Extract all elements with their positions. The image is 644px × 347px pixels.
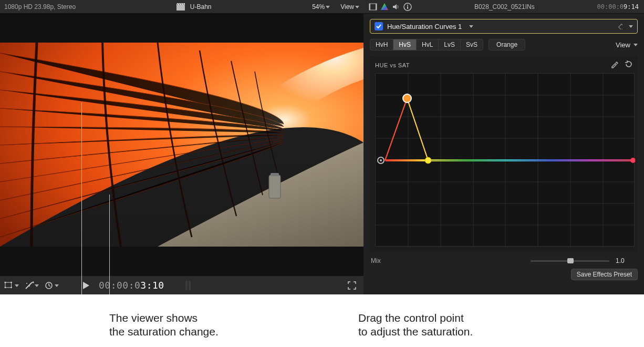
curve-tabs: HvHHvSHvLLvSSvS — [370, 39, 483, 50]
inspector-header: B028_C002_0521INs 00:00:09:14 — [363, 0, 644, 14]
inspector-timecode: 00:00:09:14 — [597, 3, 639, 11]
effect-enable-checkbox[interactable] — [375, 22, 383, 30]
mix-row: Mix 1.0 — [363, 252, 644, 264]
effect-row[interactable]: Hue/Saturation Curves 1 — [370, 19, 638, 34]
fullscreen-button[interactable] — [345, 280, 359, 291]
chevron-down-icon — [355, 5, 359, 9]
viewer-body — [0, 14, 363, 275]
curve-editor[interactable] — [375, 73, 635, 247]
chevron-down-icon — [15, 283, 19, 288]
chevron-down-icon — [55, 283, 59, 288]
curve-title: HUE vs SAT — [375, 62, 410, 68]
svg-point-9 — [26, 283, 27, 284]
mix-label: Mix — [371, 257, 381, 264]
curve-tab-hvl[interactable]: HvL — [417, 39, 439, 50]
svg-rect-14 — [376, 4, 377, 10]
callout-line-left — [109, 195, 110, 294]
chevron-down-icon — [633, 43, 638, 47]
callout-left-text: The viewer shows the saturation change. — [109, 311, 219, 339]
svg-point-34 — [380, 159, 382, 161]
curve-control-point-yellow[interactable] — [425, 157, 431, 164]
speaker-icon[interactable] — [392, 3, 400, 11]
svg-point-6 — [11, 281, 12, 283]
save-effects-preset-button[interactable]: Save Effects Preset — [571, 269, 638, 280]
curve-tabs-row: HvHHvSHvLLvSSvS Orange View — [363, 38, 644, 55]
chevron-down-icon[interactable] — [629, 24, 633, 28]
transform-tool-button[interactable] — [4, 280, 19, 291]
curve-tab-hvs[interactable]: HvS — [393, 39, 417, 50]
effect-name[interactable]: Hue/Saturation Curves 1 — [387, 23, 462, 30]
keyframe-icon[interactable] — [615, 22, 624, 30]
viewer-header: 1080p HD 23.98p, Stereo U-Bahn 54% View — [0, 0, 363, 14]
chevron-down-icon[interactable] — [469, 24, 473, 28]
svg-point-7 — [4, 287, 6, 288]
clapper-icon — [176, 3, 185, 11]
viewer-footer: 00:00:03:10 — [0, 275, 363, 294]
view-dropdown[interactable]: View — [340, 3, 359, 11]
svg-rect-2 — [269, 175, 281, 198]
inspector-panel: B028_C002_0521INs 00:00:09:14 Hue/Satura… — [363, 0, 644, 294]
svg-rect-19 — [619, 24, 622, 29]
enhance-tool-button[interactable] — [24, 280, 39, 291]
format-label: 1080p HD 23.98p, Stereo — [4, 3, 76, 11]
film-icon[interactable] — [369, 3, 377, 11]
retime-tool-button[interactable] — [44, 280, 59, 291]
curve-tab-hvh[interactable]: HvH — [370, 39, 393, 50]
svg-rect-12 — [369, 4, 377, 10]
svg-rect-0 — [176, 5, 185, 11]
viewer-panel: 1080p HD 23.98p, Stereo U-Bahn 54% View — [0, 0, 363, 294]
curve-tab-lvs[interactable]: LvS — [439, 39, 461, 50]
svg-point-10 — [29, 285, 30, 287]
color-wheel-icon[interactable] — [380, 3, 389, 11]
mix-value: 1.0 — [616, 257, 637, 264]
info-icon[interactable] — [403, 3, 412, 11]
svg-rect-18 — [407, 5, 408, 6]
callout-right-text: Drag the control point to adjust the sat… — [358, 311, 473, 339]
svg-point-5 — [4, 281, 6, 283]
curve-tab-svs[interactable]: SvS — [461, 39, 483, 50]
video-frame[interactable] — [0, 43, 363, 247]
curve-block: HUE vs SAT — [370, 56, 638, 252]
inspector-clip-name: B028_C002_0521INs — [416, 3, 593, 11]
svg-point-8 — [11, 287, 12, 288]
callout-line-right — [81, 103, 82, 294]
mix-slider-thumb[interactable] — [567, 258, 574, 263]
callouts-area: The viewer shows the saturation change. … — [0, 294, 644, 347]
svg-marker-15 — [381, 3, 388, 10]
color-segment[interactable]: Orange — [489, 39, 525, 50]
zoom-dropdown[interactable]: 54% — [312, 3, 330, 11]
inspector-view-dropdown[interactable]: View — [616, 41, 638, 49]
svg-rect-4 — [5, 282, 12, 288]
svg-rect-17 — [407, 6, 408, 9]
eyedropper-icon[interactable] — [610, 60, 619, 70]
mix-slider[interactable] — [531, 260, 609, 262]
timecode-display[interactable]: 00:00:03:10 — [99, 280, 164, 291]
clip-name[interactable]: U-Bahn — [190, 3, 212, 11]
audio-meter — [185, 281, 191, 290]
chevron-down-icon — [326, 5, 330, 9]
curve-control-point-orange[interactable] — [403, 94, 411, 103]
svg-rect-13 — [369, 4, 370, 10]
curve-right-endpoint[interactable] — [630, 158, 635, 163]
chevron-down-icon — [35, 283, 39, 288]
svg-rect-3 — [271, 173, 279, 176]
reset-arrow-icon[interactable] — [624, 60, 632, 70]
